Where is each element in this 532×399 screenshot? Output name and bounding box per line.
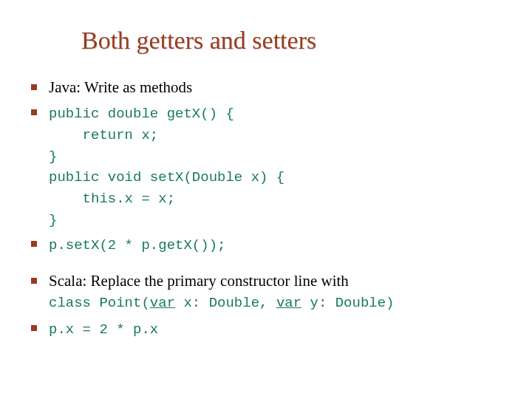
slide: Both getters and setters Java: Write as … [0, 0, 532, 399]
spacer [15, 260, 517, 270]
code-var2: var [276, 295, 301, 311]
text: Scala: Replace the primary constructor l… [49, 272, 349, 290]
code-line: p.setX(2 * p.getX()); [49, 237, 225, 253]
bullet-list-2: Scala: Replace the primary constructor l… [15, 270, 517, 340]
code-mid: x: Double, [175, 295, 276, 311]
code-suffix: y: Double) [301, 295, 394, 311]
text: Java: Write as methods [49, 78, 192, 96]
bullet-list: Java: Write as methods public double get… [15, 77, 517, 256]
code-block: public double getX() { return x; } publi… [49, 106, 284, 228]
bullet-java-code: public double getX() { return x; } publi… [30, 102, 517, 229]
bullet-scala-heading: Scala: Replace the primary constructor l… [30, 270, 517, 313]
bullet-java-usage: p.setX(2 * p.getX()); [30, 233, 517, 256]
code-prefix: class Point( [49, 295, 150, 311]
bullet-java-heading: Java: Write as methods [30, 77, 517, 98]
bullet-scala-usage: p.x = 2 * p.x [30, 318, 517, 340]
code-line: p.x = 2 * p.x [49, 321, 158, 338]
code-var1: var [150, 295, 175, 311]
slide-title: Both getters and setters [81, 27, 517, 55]
